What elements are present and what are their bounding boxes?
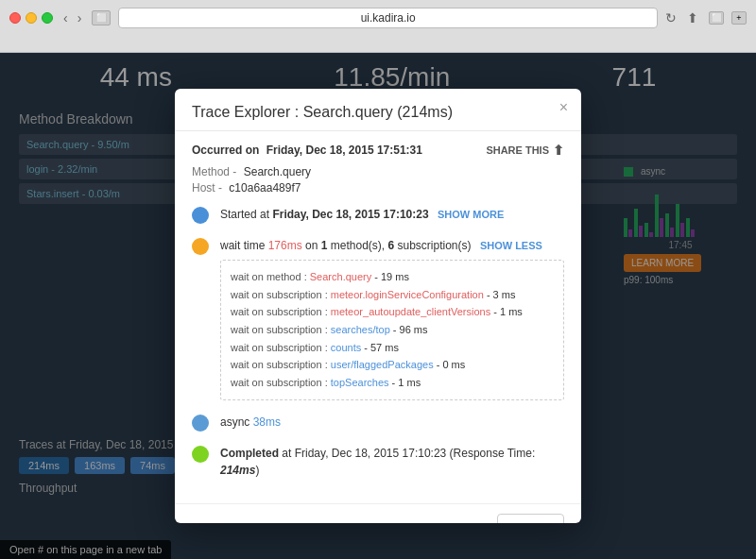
address-bar[interactable]: ui.kadira.io [118, 8, 658, 28]
modal-footer: Close [175, 503, 581, 523]
host-label: Host - [192, 181, 222, 195]
wait-on: on [305, 239, 321, 252]
share-browser-button[interactable]: ⬆ [684, 10, 701, 25]
async-time-val: 38ms [253, 415, 281, 429]
share-this-button[interactable]: SHARE THIS ⬆ [486, 143, 564, 158]
url-text: ui.kadira.io [361, 11, 416, 25]
refresh-button[interactable]: ↻ [665, 10, 677, 25]
browser-chrome: ‹ › ⬜ ui.kadira.io ↻ ⬆ ⬜ + [0, 0, 756, 53]
show-less-link[interactable]: SHOW LESS [480, 240, 542, 251]
wait-detail-value-6: - 1 ms [389, 377, 421, 388]
tab-view-button[interactable]: ⬜ [92, 10, 111, 25]
wait-detail-row-6: wait on subscription : topSearches - 1 m… [231, 374, 554, 392]
close-window-button[interactable] [9, 12, 21, 24]
completed-bold: Completed [220, 447, 279, 460]
wait-sub-count: 6 [387, 239, 394, 252]
dot-started [192, 207, 209, 224]
window-new-button[interactable]: + [731, 11, 747, 25]
wait-detail-label-1: wait on subscription : [231, 289, 331, 300]
wait-detail-value-0: - 19 ms [371, 271, 409, 282]
forward-button[interactable]: › [75, 10, 85, 25]
wait-detail-value-5: - 0 ms [434, 359, 466, 370]
timeline-wait: wait time 176ms on 1 method(s), 6 subscr… [192, 237, 564, 400]
occurred-on-label: Occurred on [192, 144, 259, 157]
wait-detail-link-0[interactable]: Search.query [310, 271, 371, 282]
modal-title: Trace Explorer : Search.query (214ms) [192, 104, 564, 121]
wait-detail-label-5: wait on subscription : [231, 359, 331, 370]
wait-detail-label-6: wait on subscription : [231, 377, 331, 388]
wait-detail-link-4[interactable]: counts [331, 342, 361, 353]
wait-detail-value-2: - 1 ms [490, 306, 523, 317]
share-label: SHARE THIS [486, 144, 549, 156]
wait-subs-label: subscription(s) [398, 239, 472, 252]
main-content: 44 ms 11.85/min 711 Method Breakdown Sea… [0, 53, 756, 559]
wait-detail-value-1: - 3 ms [484, 289, 516, 300]
host-row: Host - c10a6aa489f7 [192, 181, 564, 195]
wait-detail-label-3: wait on subscription : [231, 324, 331, 335]
back-button[interactable]: ‹ [60, 10, 71, 25]
close-button[interactable]: Close [497, 514, 564, 523]
wait-detail-row-4: wait on subscription : counts - 57 ms [231, 339, 554, 357]
modal-overlay: Trace Explorer : Search.query (214ms) × … [0, 53, 756, 559]
method-value: Search.query [244, 165, 311, 178]
method-label: Method - [192, 165, 236, 178]
completed-content: Completed at Friday, Dec 18, 2015 17:10:… [220, 445, 564, 479]
timeline-completed: Completed at Friday, Dec 18, 2015 17:10:… [192, 445, 564, 479]
started-content: Started at Friday, Dec 18, 2015 17:10:23… [220, 206, 564, 223]
wait-detail-link-1[interactable]: meteor.loginServiceConfiguration [331, 289, 484, 300]
wait-detail-value-4: - 57 ms [361, 342, 399, 353]
fullscreen-window-button[interactable] [42, 12, 53, 24]
modal-dialog: Trace Explorer : Search.query (214ms) × … [175, 89, 581, 523]
resp-label: Response Time: [454, 447, 536, 460]
wait-detail-value-3: - 96 ms [390, 324, 428, 335]
dot-completed [192, 446, 209, 463]
window-copy-button[interactable]: ⬜ [709, 11, 724, 25]
wait-detail-row-3: wait on subscription : searches/top - 96… [231, 321, 554, 339]
resp-val: 214ms [220, 464, 255, 477]
nav-buttons: ‹ › [60, 10, 84, 25]
occurred-on-value: Friday, Dec 18, 2015 17:51:31 [266, 144, 422, 157]
minimize-window-button[interactable] [26, 12, 37, 24]
wait-prefix: wait time [220, 239, 268, 252]
wait-detail-link-6[interactable]: topSearches [331, 377, 389, 388]
wait-method-count: 1 [321, 239, 328, 252]
async-content: async 38ms [220, 414, 564, 431]
dot-async [192, 415, 209, 432]
wait-detail-row-1: wait on subscription : meteor.loginServi… [231, 286, 554, 304]
wait-detail-row-0: wait on method : Search.query - 19 ms [231, 268, 554, 286]
started-time: Friday, Dec 18, 2015 17:10:23 [272, 208, 428, 221]
wait-details-box: wait on method : Search.query - 19 mswai… [220, 260, 564, 400]
occurred-row: Occurred on Friday, Dec 18, 2015 17:51:3… [192, 143, 564, 158]
wait-detail-link-5[interactable]: user/flaggedPackages [331, 359, 434, 370]
show-more-link[interactable]: SHOW MORE [438, 209, 504, 220]
dot-wait [192, 238, 209, 255]
wait-detail-link-2[interactable]: meteor_autoupdate_clientVersions [331, 306, 490, 317]
wait-detail-label-2: wait on subscription : [231, 306, 331, 317]
occurred-label: Occurred on Friday, Dec 18, 2015 17:51:3… [192, 144, 422, 157]
wait-detail-link-3[interactable]: searches/top [331, 324, 390, 335]
wait-detail-label-0: wait on method : [231, 271, 310, 282]
wait-methods-label: method(s), [331, 239, 388, 252]
wait-detail-row-5: wait on subscription : user/flaggedPacka… [231, 356, 554, 374]
timeline: Started at Friday, Dec 18, 2015 17:10:23… [192, 206, 564, 479]
wait-time-value: 176ms [268, 239, 302, 252]
modal-close-x-button[interactable]: × [559, 100, 568, 115]
share-icon: ⬆ [553, 143, 564, 158]
method-row: Method - Search.query [192, 165, 564, 178]
modal-header: Trace Explorer : Search.query (214ms) × [175, 89, 581, 131]
wait-detail-label-4: wait on subscription : [231, 342, 331, 353]
timeline-async: async 38ms [192, 414, 564, 432]
modal-body: Occurred on Friday, Dec 18, 2015 17:51:3… [175, 131, 581, 503]
host-value: c10a6aa489f7 [229, 181, 301, 195]
timeline-started: Started at Friday, Dec 18, 2015 17:10:23… [192, 206, 564, 224]
traffic-lights [9, 12, 53, 24]
started-prefix: Started at [220, 208, 272, 221]
wait-content: wait time 176ms on 1 method(s), 6 subscr… [220, 237, 564, 400]
wait-detail-row-2: wait on subscription : meteor_autoupdate… [231, 303, 554, 321]
